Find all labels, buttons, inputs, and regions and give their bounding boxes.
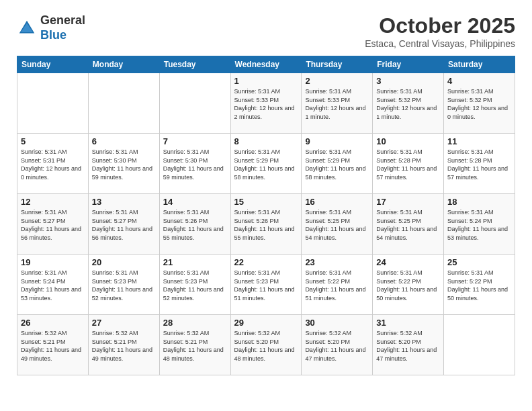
calendar-week-2: 5 Sunrise: 5:31 AMSunset: 5:31 PMDayligh… (17, 134, 515, 194)
logo-icon (17, 18, 37, 38)
calendar-cell: 9 Sunrise: 5:31 AMSunset: 5:29 PMDayligh… (302, 134, 373, 194)
day-number: 19 (21, 257, 85, 267)
calendar-cell: 21 Sunrise: 5:31 AMSunset: 5:23 PMDaylig… (159, 255, 230, 315)
day-info: Sunrise: 5:31 AMSunset: 5:30 PMDaylight:… (163, 148, 227, 181)
day-number: 10 (376, 136, 440, 146)
day-info: Sunrise: 5:31 AMSunset: 5:32 PMDaylight:… (447, 87, 511, 121)
calendar-cell (17, 73, 89, 134)
day-info: Sunrise: 5:31 AMSunset: 5:25 PMDaylight:… (376, 208, 440, 242)
day-number: 6 (92, 136, 156, 146)
calendar-cell (159, 73, 230, 134)
calendar-cell: 2 Sunrise: 5:31 AMSunset: 5:33 PMDayligh… (302, 73, 373, 134)
day-info: Sunrise: 5:31 AMSunset: 5:29 PMDaylight:… (234, 148, 298, 181)
day-info: Sunrise: 5:31 AMSunset: 5:26 PMDaylight:… (163, 208, 227, 242)
day-number: 14 (163, 197, 227, 207)
calendar-cell: 10 Sunrise: 5:31 AMSunset: 5:28 PMDaylig… (373, 134, 444, 194)
day-number: 2 (305, 76, 369, 86)
day-number: 28 (163, 318, 227, 328)
day-info: Sunrise: 5:31 AMSunset: 5:33 PMDaylight:… (305, 87, 369, 121)
calendar-cell: 15 Sunrise: 5:31 AMSunset: 5:26 PMDaylig… (230, 194, 302, 255)
calendar-cell: 16 Sunrise: 5:31 AMSunset: 5:25 PMDaylig… (302, 194, 373, 255)
day-info: Sunrise: 5:31 AMSunset: 5:24 PMDaylight:… (447, 208, 511, 242)
day-info: Sunrise: 5:31 AMSunset: 5:26 PMDaylight:… (234, 208, 298, 242)
month-title: October 2025 (365, 13, 515, 38)
day-number: 11 (447, 136, 511, 146)
day-number: 21 (163, 257, 227, 267)
weekday-header-sunday: Sunday (17, 56, 89, 73)
calendar-cell: 6 Sunrise: 5:31 AMSunset: 5:30 PMDayligh… (88, 134, 159, 194)
title-section: October 2025 Estaca, Central Visayas, Ph… (365, 13, 515, 49)
day-number: 16 (305, 197, 369, 207)
calendar-cell: 13 Sunrise: 5:31 AMSunset: 5:27 PMDaylig… (88, 194, 159, 255)
subtitle: Estaca, Central Visayas, Philippines (365, 38, 515, 49)
calendar-cell: 30 Sunrise: 5:32 AMSunset: 5:20 PMDaylig… (302, 315, 373, 375)
day-number: 12 (21, 197, 85, 207)
calendar-header: SundayMondayTuesdayWednesdayThursdayFrid… (17, 56, 515, 73)
day-number: 15 (234, 197, 298, 207)
day-number: 30 (305, 318, 369, 328)
day-info: Sunrise: 5:31 AMSunset: 5:31 PMDaylight:… (21, 148, 85, 181)
day-info: Sunrise: 5:31 AMSunset: 5:22 PMDaylight:… (376, 269, 440, 302)
weekday-header-wednesday: Wednesday (230, 56, 302, 73)
weekday-header-tuesday: Tuesday (159, 56, 230, 73)
page-header: General Blue October 2025 Estaca, Centra… (17, 13, 515, 49)
day-number: 4 (447, 76, 511, 86)
day-number: 26 (21, 318, 85, 328)
calendar-cell: 26 Sunrise: 5:32 AMSunset: 5:21 PMDaylig… (17, 315, 89, 375)
day-info: Sunrise: 5:31 AMSunset: 5:33 PMDaylight:… (234, 87, 298, 121)
day-number: 27 (92, 318, 156, 328)
day-info: Sunrise: 5:31 AMSunset: 5:23 PMDaylight:… (163, 269, 227, 302)
logo: General Blue (17, 13, 85, 42)
day-info: Sunrise: 5:31 AMSunset: 5:27 PMDaylight:… (21, 208, 85, 242)
calendar-cell: 3 Sunrise: 5:31 AMSunset: 5:32 PMDayligh… (373, 73, 444, 134)
day-info: Sunrise: 5:32 AMSunset: 5:21 PMDaylight:… (92, 329, 156, 363)
day-info: Sunrise: 5:32 AMSunset: 5:20 PMDaylight:… (305, 329, 369, 363)
day-number: 3 (376, 76, 440, 86)
calendar-cell: 29 Sunrise: 5:32 AMSunset: 5:20 PMDaylig… (230, 315, 302, 375)
day-info: Sunrise: 5:32 AMSunset: 5:21 PMDaylight:… (21, 329, 85, 363)
calendar-cell: 18 Sunrise: 5:31 AMSunset: 5:24 PMDaylig… (444, 194, 515, 255)
calendar-cell: 1 Sunrise: 5:31 AMSunset: 5:33 PMDayligh… (230, 73, 302, 134)
weekday-header-friday: Friday (373, 56, 444, 73)
calendar-week-4: 19 Sunrise: 5:31 AMSunset: 5:24 PMDaylig… (17, 255, 515, 315)
calendar-cell: 27 Sunrise: 5:32 AMSunset: 5:21 PMDaylig… (88, 315, 159, 375)
day-number: 20 (92, 257, 156, 267)
day-info: Sunrise: 5:31 AMSunset: 5:30 PMDaylight:… (92, 148, 156, 181)
day-number: 1 (234, 76, 298, 86)
day-number: 8 (234, 136, 298, 146)
day-info: Sunrise: 5:31 AMSunset: 5:27 PMDaylight:… (92, 208, 156, 242)
calendar-cell (444, 315, 515, 375)
day-number: 7 (163, 136, 227, 146)
day-info: Sunrise: 5:31 AMSunset: 5:23 PMDaylight:… (234, 269, 298, 302)
calendar-cell: 24 Sunrise: 5:31 AMSunset: 5:22 PMDaylig… (373, 255, 444, 315)
day-number: 17 (376, 197, 440, 207)
day-info: Sunrise: 5:31 AMSunset: 5:28 PMDaylight:… (376, 148, 440, 181)
calendar-week-3: 12 Sunrise: 5:31 AMSunset: 5:27 PMDaylig… (17, 194, 515, 255)
calendar-cell: 23 Sunrise: 5:31 AMSunset: 5:22 PMDaylig… (302, 255, 373, 315)
calendar-table: SundayMondayTuesdayWednesdayThursdayFrid… (17, 56, 515, 375)
day-info: Sunrise: 5:31 AMSunset: 5:29 PMDaylight:… (305, 148, 369, 181)
day-info: Sunrise: 5:32 AMSunset: 5:20 PMDaylight:… (376, 329, 440, 363)
calendar-cell: 31 Sunrise: 5:32 AMSunset: 5:20 PMDaylig… (373, 315, 444, 375)
day-number: 5 (21, 136, 85, 146)
day-number: 22 (234, 257, 298, 267)
day-number: 31 (376, 318, 440, 328)
calendar-cell: 17 Sunrise: 5:31 AMSunset: 5:25 PMDaylig… (373, 194, 444, 255)
day-info: Sunrise: 5:32 AMSunset: 5:20 PMDaylight:… (234, 329, 298, 363)
calendar-cell: 12 Sunrise: 5:31 AMSunset: 5:27 PMDaylig… (17, 194, 89, 255)
weekday-header-saturday: Saturday (444, 56, 515, 73)
weekday-header-thursday: Thursday (302, 56, 373, 73)
day-info: Sunrise: 5:31 AMSunset: 5:24 PMDaylight:… (21, 269, 85, 302)
calendar-cell: 28 Sunrise: 5:32 AMSunset: 5:21 PMDaylig… (159, 315, 230, 375)
day-number: 13 (92, 197, 156, 207)
calendar-cell: 20 Sunrise: 5:31 AMSunset: 5:23 PMDaylig… (88, 255, 159, 315)
calendar-cell: 8 Sunrise: 5:31 AMSunset: 5:29 PMDayligh… (230, 134, 302, 194)
calendar-cell (88, 73, 159, 134)
day-number: 24 (376, 257, 440, 267)
calendar-cell: 7 Sunrise: 5:31 AMSunset: 5:30 PMDayligh… (159, 134, 230, 194)
calendar-cell: 25 Sunrise: 5:31 AMSunset: 5:22 PMDaylig… (444, 255, 515, 315)
day-info: Sunrise: 5:32 AMSunset: 5:21 PMDaylight:… (163, 329, 227, 363)
day-number: 9 (305, 136, 369, 146)
calendar-cell: 5 Sunrise: 5:31 AMSunset: 5:31 PMDayligh… (17, 134, 89, 194)
weekday-header-monday: Monday (88, 56, 159, 73)
